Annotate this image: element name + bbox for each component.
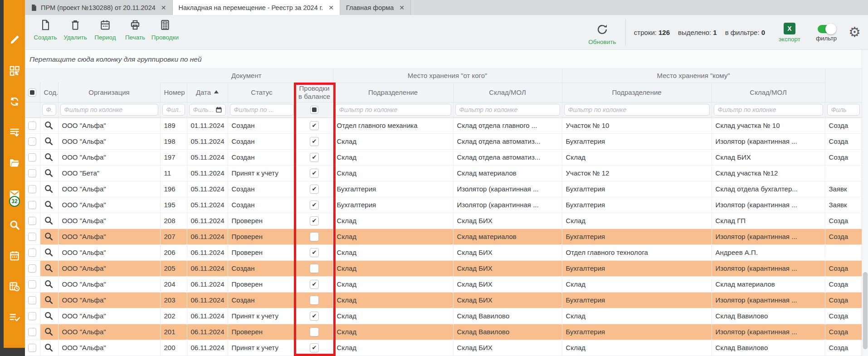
row-select-checkbox[interactable] [28,233,36,241]
row-select-checkbox[interactable] [28,122,36,130]
column-header-org[interactable]: Организация [58,83,160,102]
magnifier-icon[interactable] [44,279,54,289]
magnifier-icon[interactable] [44,216,54,226]
table-row[interactable]: ООО "Альфа" 208 06.11.2024 Проверен Скла… [25,213,862,229]
table-row[interactable]: ООО "Альфа" 207 06.11.2024 Проверен Скла… [25,229,862,244]
balance-checkbox[interactable] [310,153,319,162]
balance-checkbox[interactable] [310,185,319,194]
filter-to-sklad-input[interactable] [714,104,823,116]
close-icon[interactable]: ✕ [161,5,166,11]
filter-content-input[interactable] [42,104,56,116]
report-clock-icon[interactable] [9,281,20,293]
row-select-checkbox[interactable] [28,344,36,352]
filter-to-dept-input[interactable] [564,104,710,116]
table-row[interactable]: ООО "Альфа" 195 05.11.2024 Создан Бухгал… [25,197,862,213]
table-row[interactable]: ООО "Альфа" 196 05.11.2024 Создан Бухгал… [25,181,862,197]
filter-from-sklad-input[interactable] [455,104,560,116]
row-select-checkbox[interactable] [28,280,36,288]
balance-checkbox[interactable] [310,121,319,130]
column-header-balance[interactable]: Проводкив балансе [296,83,333,102]
checklist-icon[interactable] [9,312,20,323]
table-row[interactable]: ООО "Альфа" 204 06.11.2024 Проверен Скла… [25,276,862,292]
magnifier-icon[interactable] [44,168,54,178]
close-icon[interactable]: ✕ [399,5,405,11]
balance-checkbox[interactable] [310,216,319,225]
table-row[interactable]: ООО "Альфа" 205 06.11.2024 Создан Склад … [25,260,862,276]
filter-balance-checkbox[interactable] [310,106,318,114]
refresh-button[interactable]: Обновить [587,20,617,45]
search-icon[interactable] [9,219,20,231]
magnifier-icon[interactable] [44,184,54,194]
column-header-from-dept[interactable]: Подразделение [333,83,453,102]
balance-checkbox[interactable] [310,296,319,305]
pencil-icon[interactable] [9,34,20,46]
close-icon[interactable]: ✕ [328,5,334,11]
postings-button[interactable]: Проводки [150,15,180,49]
column-header-number[interactable]: Номер [160,83,187,102]
period-button[interactable]: Период [90,15,120,49]
row-select-checkbox[interactable] [28,264,36,273]
qr-code-icon[interactable] [9,65,20,77]
row-select-checkbox[interactable] [28,185,36,193]
tab-main-form[interactable]: Главная форма ✕ [340,0,411,15]
column-header-to-dept[interactable]: Подразделение [562,83,712,102]
magnifier-icon[interactable] [44,263,54,273]
tab-registry[interactable]: Накладная на перемещение - Реестр за 202… [173,0,341,15]
table-row[interactable]: ООО "Альфа" 200 06.11.2024 Принят к учет… [25,340,862,356]
tab-prm-project[interactable]: ПРМ (проект №130288) от 20.11.2024 ✕ [25,0,173,15]
delete-button[interactable]: Удалить [60,15,90,49]
balance-checkbox[interactable] [310,327,319,336]
filter-toggle[interactable]: фильтр [816,23,837,42]
calendar-icon[interactable] [9,250,20,262]
balance-checkbox[interactable] [310,343,319,352]
row-select-checkbox[interactable] [28,217,36,225]
balance-checkbox[interactable] [310,137,319,146]
sync-icon[interactable] [9,96,20,107]
column-header-to-sklad[interactable]: Склад/МОЛ [712,83,825,102]
row-select-checkbox[interactable] [28,153,36,161]
magnifier-icon[interactable] [44,137,54,146]
table-row[interactable]: ООО "Альфа" 201 06.11.2024 Проверен Скла… [25,324,862,340]
filter-from-dept-input[interactable] [335,104,451,116]
table-row[interactable]: ООО "Альфа" 189 01.11.2024 Создан Отдел … [25,117,862,133]
magnifier-icon[interactable] [44,152,54,162]
row-select-checkbox[interactable] [28,249,36,257]
table-row[interactable]: ООО "Альфа" 203 06.11.2024 Создан Склад … [25,292,862,308]
table-row[interactable]: ООО "Бета" 11 05.11.2024 Принят к учету … [25,165,862,181]
group-by-dropzone[interactable]: Перетащите сюда колонку для группировки … [25,50,868,69]
filter-number-input[interactable] [162,104,185,116]
table-row[interactable]: ООО "Альфа" 202 06.11.2024 Принят к учет… [25,308,862,324]
folder-icon[interactable] [9,157,20,169]
create-button[interactable]: Создать [30,15,60,49]
row-select-checkbox[interactable] [28,296,36,304]
column-header-date[interactable]: Дата [187,83,228,102]
magnifier-icon[interactable] [44,343,54,353]
select-all-checkbox[interactable] [28,88,36,97]
column-header-content[interactable]: Сод. [40,83,58,102]
column-header-from-sklad[interactable]: Склад/МОЛ [453,83,562,102]
row-select-checkbox[interactable] [28,137,36,146]
row-select-checkbox[interactable] [28,201,36,209]
filter-extra-input[interactable] [827,104,860,116]
balance-checkbox[interactable] [310,280,319,289]
magnifier-icon[interactable] [44,200,54,210]
print-button[interactable]: Печать [120,15,150,49]
vertical-scrollbar[interactable] [862,50,868,356]
row-select-checkbox[interactable] [28,328,36,336]
calendar-picker-icon[interactable] [215,107,222,113]
scrollbar-thumb[interactable] [863,272,868,349]
export-button[interactable]: X экспорт [779,22,800,43]
magnifier-icon[interactable] [44,248,54,258]
magnifier-icon[interactable] [44,311,54,321]
balance-checkbox[interactable] [310,264,319,273]
magnifier-icon[interactable] [44,327,54,337]
balance-checkbox[interactable] [310,232,319,241]
balance-checkbox[interactable] [310,312,319,321]
balance-checkbox[interactable] [310,248,319,257]
magnifier-icon[interactable] [44,121,54,131]
balance-checkbox[interactable] [310,200,319,210]
print-list-icon[interactable] [9,127,20,138]
column-header-status[interactable]: Статус [228,83,296,102]
magnifier-icon[interactable] [44,232,54,242]
magnifier-icon[interactable] [44,295,54,305]
